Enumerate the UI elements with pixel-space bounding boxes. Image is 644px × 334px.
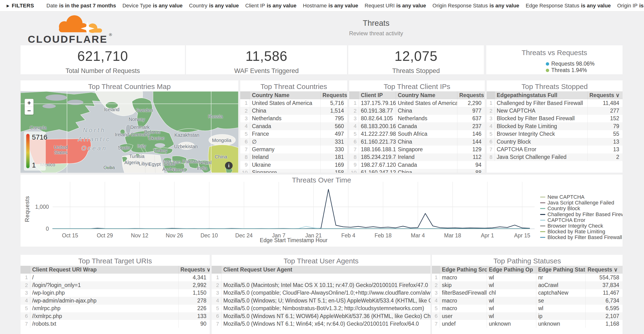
table-cell: 7 bbox=[212, 320, 221, 327]
table-row[interactable]: 8Ireland181 bbox=[240, 153, 347, 161]
table-row[interactable]: 3Netherlands795 bbox=[240, 115, 347, 122]
table-row[interactable]: 5Browser Integrity Check55 bbox=[487, 130, 622, 138]
table-row[interactable]: 6Mozilla/5.0 (Windows NT 6.1; WOW64) App… bbox=[212, 312, 430, 320]
table-cell: 1 bbox=[487, 99, 494, 107]
chart-legend-item[interactable]: Blocked by Filter Based Firewall bbox=[540, 234, 622, 240]
table-cell: 9 bbox=[240, 161, 250, 169]
top-threat-user-agents-table: Client Request User Agent12Mozilla/5.0 (… bbox=[212, 266, 430, 328]
table-row[interactable]: 541.222.227.98South Africa146 bbox=[349, 130, 485, 138]
column-header[interactable]: Requests ∨ bbox=[320, 91, 347, 99]
table-row[interactable]: 1Challenged by Filter Based Firewall11,4… bbox=[487, 99, 622, 107]
chart-legend-item[interactable]: Blocked by Rate Limiting bbox=[540, 229, 622, 234]
table-cell: undef bbox=[440, 320, 487, 327]
table-cell: 61.160.221.73 bbox=[359, 138, 396, 146]
table-row[interactable]: 4Mozilla/5.0 (Windows; U; Windows NT 5.1… bbox=[212, 297, 430, 304]
table-cell: Browser Integrity Check bbox=[494, 130, 587, 138]
table-row[interactable]: 3Blocked by Filter Based Firewall152 bbox=[487, 115, 622, 122]
table-row[interactable]: 6userwlip2,107 bbox=[432, 312, 622, 320]
column-header bbox=[20, 266, 30, 274]
table-row[interactable]: 1061.160.247.127China88 bbox=[349, 169, 485, 173]
table-row[interactable]: 7Germany330 bbox=[240, 146, 347, 153]
filter-item[interactable]: Countryis any value bbox=[189, 3, 239, 9]
table-cell: Mozilla/5.0 (compatible; Nimbostratus-Bo… bbox=[221, 305, 430, 312]
table-row[interactable]: 5Mozilla/5.0 (compatible; Nimbostratus-B… bbox=[212, 305, 430, 312]
table-row[interactable]: 8Java Script Challenge Failed2 bbox=[487, 153, 622, 161]
table-row[interactable]: 380.82.64.105Netherlands637 bbox=[349, 115, 485, 122]
chart-legend-item[interactable]: Java Script Challenge Failed bbox=[540, 200, 622, 206]
table-row[interactable]: 6//xmlrpc.php133 bbox=[20, 312, 210, 320]
table-row[interactable]: 1 bbox=[212, 274, 430, 281]
filter-item[interactable]: Origin Response Statusis any value bbox=[432, 3, 519, 9]
table-cell: 13 bbox=[587, 138, 622, 146]
table-row[interactable]: 661.160.221.73China144 bbox=[349, 138, 485, 146]
table-cell: 3 bbox=[240, 115, 250, 122]
table-row[interactable]: 9Ukraine169 bbox=[240, 161, 347, 169]
chart-legend-item[interactable]: Browser Integrity Check bbox=[540, 223, 622, 229]
filter-item[interactable]: Hostnameis any value bbox=[303, 3, 358, 9]
filter-item[interactable]: Edge Response Statusis any value bbox=[526, 3, 611, 9]
table-row[interactable]: 5/xmlrpc.php226 bbox=[20, 305, 210, 312]
chart-legend-item[interactable]: New CAPTCHA bbox=[540, 194, 622, 200]
table-cell: 37,834 bbox=[585, 281, 622, 289]
filter-item[interactable]: Request URIis any value bbox=[365, 3, 426, 9]
filters-toggle[interactable]: ▶ FILTERS bbox=[7, 3, 34, 9]
column-header[interactable]: Requests ∨ bbox=[178, 266, 210, 274]
column-header: Client Request User Agent bbox=[221, 266, 430, 274]
table-row[interactable]: 468.183.200.167Canada237 bbox=[349, 122, 485, 130]
table-row[interactable]: 5France497 bbox=[240, 130, 347, 138]
table-row[interactable]: 6Country Block13 bbox=[487, 138, 622, 146]
table-row[interactable]: 7CAPTCHA Error13 bbox=[487, 146, 622, 153]
filter-item[interactable]: Dateis in the past 7 months bbox=[46, 3, 116, 9]
chart-legend-item[interactable]: Challenged by Filter Based Firewall bbox=[540, 212, 622, 217]
table-row[interactable]: 1macrowlnr554,758 bbox=[432, 274, 622, 281]
table-row[interactable]: 10Singapore158 bbox=[240, 169, 347, 173]
table-row[interactable]: 4Blocked by Rate Limiting79 bbox=[487, 122, 622, 130]
table-cell: 3 bbox=[20, 289, 30, 297]
zoom-in-button[interactable]: + bbox=[25, 99, 33, 107]
scale-max-value: 5716 bbox=[32, 133, 48, 141]
column-header[interactable]: Requests ∨ bbox=[457, 91, 485, 99]
table-cell: 7 bbox=[240, 146, 250, 153]
column-header[interactable]: Requests ∨ bbox=[587, 91, 622, 99]
table-cell: 1 bbox=[349, 99, 359, 107]
filter-item[interactable]: Origin IPis any value bbox=[617, 3, 644, 9]
table-row[interactable]: 2/login/?login_only=12,992 bbox=[20, 281, 210, 289]
filter-item[interactable]: Device Typeis any value bbox=[122, 3, 182, 9]
table-row[interactable]: 1United States of America5,716 bbox=[240, 99, 347, 107]
table-row[interactable]: 2skipwlaoCrawl37,834 bbox=[432, 281, 622, 289]
zoom-out-button[interactable]: − bbox=[25, 107, 33, 115]
table-row[interactable]: 2New CAPTCHA277 bbox=[487, 107, 622, 115]
table-cell: New CAPTCHA bbox=[494, 107, 587, 115]
table-row[interactable]: 7Mozilla/5.0 (Windows NT 6.1; Win64; x64… bbox=[212, 320, 430, 327]
table-cell: 226 bbox=[178, 305, 210, 312]
column-header[interactable]: Requests ∨ bbox=[585, 266, 622, 274]
table-cell: se bbox=[536, 297, 585, 304]
table-row[interactable]: 4/wp-admin/admin-ajax.php278 bbox=[20, 297, 210, 304]
table-row[interactable]: 1137.175.79.166United States of America2… bbox=[349, 99, 485, 107]
table-row[interactable]: 7188.166.188.152Singapore129 bbox=[349, 146, 485, 153]
world-map[interactable]: CanadaUnited StatesMexicoCubaIcelandSwed… bbox=[20, 91, 238, 173]
table-row[interactable]: 5macrowlwl6,595 bbox=[432, 305, 622, 312]
table-row[interactable]: 4Canada560 bbox=[240, 122, 347, 130]
table-row[interactable]: 9198.27.67.120Canada94 bbox=[349, 161, 485, 169]
table-row[interactable]: 6∅331 bbox=[240, 138, 347, 146]
table-row[interactable]: 8185.234.219.70Ireland112 bbox=[349, 153, 485, 161]
table-row[interactable]: 4macrowlse6,734 bbox=[432, 297, 622, 304]
column-header bbox=[240, 91, 250, 99]
table-row[interactable]: 2Mozilla/5.0 (Macintosh; Intel Mac OS X … bbox=[212, 281, 430, 289]
chart-legend-item[interactable]: Country Block bbox=[540, 206, 622, 211]
table-row[interactable]: 260.191.38.77China977 bbox=[349, 107, 485, 115]
table-cell: macro bbox=[440, 305, 487, 312]
filter-item[interactable]: Client IPis any value bbox=[245, 3, 296, 9]
table-row[interactable]: 3filterBasedFirewallchlcaptchaNew11,467 bbox=[432, 289, 622, 297]
table-row[interactable]: 7/robots.txt90 bbox=[20, 320, 210, 327]
table-row[interactable]: 2China1,514 bbox=[240, 107, 347, 115]
info-icon[interactable]: i bbox=[225, 162, 232, 169]
table-row[interactable]: 3/wp-login.php1,150 bbox=[20, 289, 210, 297]
table-row[interactable]: 1/4,341 bbox=[20, 274, 210, 281]
table-row[interactable]: 7undefunknownunknown1,168 bbox=[432, 320, 622, 327]
table-cell: 11,484 bbox=[587, 99, 622, 107]
chart-legend-item[interactable]: CAPTCHA Error bbox=[540, 217, 622, 223]
table-cell: 1 bbox=[20, 274, 30, 281]
table-row[interactable]: 3Mozilla/5.0 (compatible; CloudFlare-Alw… bbox=[212, 289, 430, 297]
